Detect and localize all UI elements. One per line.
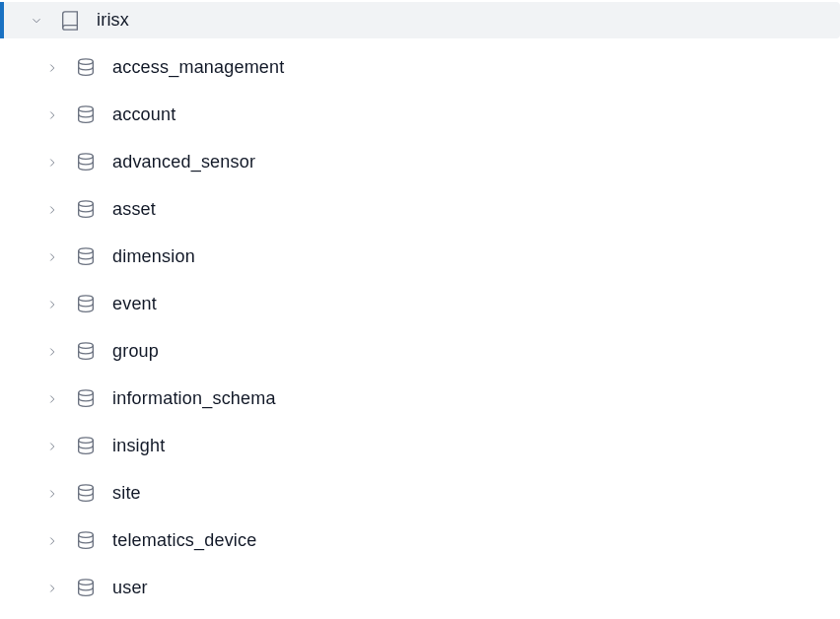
chevron-right-icon — [43, 343, 61, 361]
chevron-right-icon — [43, 438, 61, 455]
database-icon — [73, 244, 99, 270]
schema-label: asset — [112, 199, 156, 220]
database-icon — [73, 292, 99, 317]
chevron-right-icon — [43, 390, 61, 408]
schema-row[interactable]: site — [0, 475, 840, 512]
schema-list: access_managementaccountadvanced_sensora… — [0, 49, 840, 606]
database-icon — [73, 150, 99, 175]
svg-point-4 — [79, 247, 94, 253]
schema-row[interactable]: account — [0, 97, 840, 133]
database-icon — [73, 434, 99, 459]
schema-label: dimension — [112, 246, 195, 267]
database-icon — [73, 386, 99, 412]
svg-point-3 — [79, 200, 94, 206]
tree-root-row[interactable]: irisx — [0, 2, 840, 38]
schema-label: advanced_sensor — [112, 152, 255, 172]
database-icon — [73, 481, 99, 507]
schema-label: event — [112, 294, 157, 314]
svg-point-2 — [79, 153, 94, 159]
database-icon — [73, 197, 99, 223]
svg-point-11 — [79, 579, 94, 585]
database-icon — [73, 103, 99, 128]
chevron-down-icon — [28, 12, 45, 30]
schema-row[interactable]: information_schema — [0, 380, 840, 417]
svg-point-8 — [79, 437, 94, 443]
schema-row[interactable]: group — [0, 333, 840, 370]
schema-row[interactable]: access_management — [0, 49, 840, 86]
schema-label: group — [112, 341, 159, 362]
svg-point-0 — [79, 58, 94, 64]
schema-label: access_management — [112, 57, 285, 78]
catalog-icon — [57, 8, 83, 34]
database-icon — [73, 528, 99, 554]
chevron-right-icon — [43, 532, 61, 550]
svg-point-5 — [79, 295, 94, 301]
schema-label: telematics_device — [112, 530, 256, 551]
chevron-right-icon — [43, 154, 61, 172]
svg-point-7 — [79, 389, 94, 395]
chevron-right-icon — [43, 106, 61, 124]
chevron-right-icon — [43, 580, 61, 597]
svg-point-1 — [79, 105, 94, 111]
chevron-right-icon — [43, 248, 61, 266]
schema-row[interactable]: asset — [0, 191, 840, 228]
schema-row[interactable]: insight — [0, 428, 840, 464]
chevron-right-icon — [43, 59, 61, 77]
chevron-right-icon — [43, 201, 61, 219]
chevron-right-icon — [43, 485, 61, 503]
svg-point-10 — [79, 531, 94, 537]
schema-row[interactable]: user — [0, 570, 840, 606]
schema-label: insight — [112, 436, 165, 456]
schema-label: information_schema — [112, 388, 276, 409]
chevron-right-icon — [43, 296, 61, 313]
schema-label: account — [112, 104, 175, 125]
svg-point-9 — [79, 484, 94, 490]
schema-row[interactable]: advanced_sensor — [0, 144, 840, 180]
database-icon — [73, 576, 99, 601]
database-icon — [73, 55, 99, 81]
database-icon — [73, 339, 99, 365]
schema-label: site — [112, 483, 141, 504]
svg-point-6 — [79, 342, 94, 348]
schema-row[interactable]: telematics_device — [0, 522, 840, 559]
tree-root-label: irisx — [97, 10, 129, 31]
schema-row[interactable]: dimension — [0, 239, 840, 275]
schema-label: user — [112, 578, 148, 598]
database-tree: irisx access_managementaccountadvanced_s… — [0, 0, 840, 606]
schema-row[interactable]: event — [0, 286, 840, 322]
